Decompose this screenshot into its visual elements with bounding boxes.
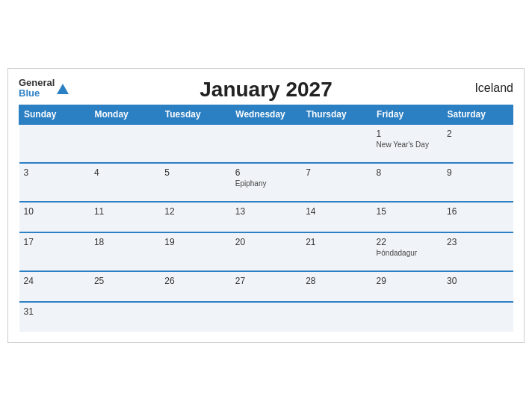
calendar-week-row: 3456Epiphany789: [19, 163, 513, 202]
col-header-tuesday: Tuesday: [160, 105, 230, 125]
calendar-week-row: 1New Year's Day2: [19, 124, 513, 163]
calendar-container: General Blue January 2027 Iceland Sunday…: [7, 68, 525, 344]
calendar-cell: 4: [90, 163, 160, 202]
day-number: 26: [164, 276, 226, 286]
calendar-cell: [442, 302, 513, 332]
calendar-week-row: 10111213141516: [19, 202, 513, 232]
day-number: 13: [235, 206, 297, 217]
day-number: 1: [377, 129, 438, 139]
calendar-cell: 19: [160, 232, 230, 271]
col-header-friday: Friday: [372, 105, 442, 125]
calendar-week-row: 31: [19, 302, 513, 332]
day-number: 29: [377, 276, 438, 286]
calendar-cell: 31: [19, 302, 90, 332]
calendar-cell: [160, 302, 230, 332]
calendar-cell: 1New Year's Day: [372, 124, 442, 163]
calendar-cell: 28: [301, 271, 371, 302]
day-number: 4: [94, 167, 155, 178]
calendar-cell: [372, 302, 442, 332]
calendar-cell: 6Epiphany: [231, 163, 301, 202]
event-label: New Year's Day: [377, 140, 438, 149]
calendar-cell: 12: [160, 202, 230, 232]
calendar-cell: [231, 302, 301, 332]
calendar-title: January 2027: [200, 78, 332, 102]
day-number: 11: [94, 206, 155, 217]
day-number: 22: [377, 237, 438, 247]
calendar-cell: 2: [442, 124, 513, 163]
logo-general-text: General: [19, 78, 55, 88]
day-number: 18: [94, 237, 155, 247]
calendar-cell: [19, 124, 90, 163]
day-number: 6: [235, 167, 297, 178]
day-number: 5: [164, 167, 226, 178]
day-number: 9: [447, 167, 508, 178]
country-label: Iceland: [474, 81, 513, 95]
calendar-cell: 3: [19, 163, 90, 202]
day-number: 24: [24, 276, 85, 286]
calendar-cell: 18: [90, 232, 160, 271]
calendar-cell: 21: [301, 232, 371, 271]
col-header-saturday: Saturday: [442, 105, 513, 125]
logo-text: General Blue: [19, 78, 55, 99]
calendar-cell: 23: [442, 232, 513, 271]
logo-blue-text: Blue: [19, 88, 55, 99]
calendar-table: SundayMondayTuesdayWednesdayThursdayFrid…: [19, 105, 513, 332]
calendar-header-row: SundayMondayTuesdayWednesdayThursdayFrid…: [19, 105, 513, 125]
calendar-cell: 20: [231, 232, 301, 271]
day-number: 21: [306, 237, 367, 247]
calendar-header: General Blue January 2027 Iceland: [19, 78, 513, 99]
day-number: 17: [24, 237, 85, 247]
day-number: 14: [306, 206, 367, 217]
calendar-cell: 27: [231, 271, 301, 302]
logo-triangle-icon: [57, 84, 69, 94]
day-number: 31: [24, 306, 85, 317]
day-number: 19: [164, 237, 226, 247]
calendar-cell: [90, 302, 160, 332]
col-header-monday: Monday: [90, 105, 160, 125]
col-header-thursday: Thursday: [301, 105, 371, 125]
calendar-cell: 22Þóndadagur: [372, 232, 442, 271]
calendar-cell: [301, 302, 371, 332]
day-number: 28: [306, 276, 367, 286]
calendar-week-row: 171819202122Þóndadagur23: [19, 232, 513, 271]
calendar-cell: [160, 124, 230, 163]
day-number: 8: [377, 167, 438, 178]
day-number: 27: [235, 276, 297, 286]
day-number: 15: [377, 206, 438, 217]
day-number: 16: [447, 206, 508, 217]
day-number: 3: [24, 167, 85, 178]
calendar-week-row: 24252627282930: [19, 271, 513, 302]
event-label: Epiphany: [235, 179, 297, 188]
calendar-cell: 24: [19, 271, 90, 302]
calendar-cell: 30: [442, 271, 513, 302]
day-number: 7: [306, 167, 367, 178]
calendar-cell: 13: [231, 202, 301, 232]
day-number: 2: [447, 129, 508, 139]
calendar-cell: 14: [301, 202, 371, 232]
day-number: 30: [447, 276, 508, 286]
calendar-cell: 7: [301, 163, 371, 202]
day-number: 10: [24, 206, 85, 217]
calendar-cell: [301, 124, 371, 163]
calendar-cell: 17: [19, 232, 90, 271]
col-header-wednesday: Wednesday: [231, 105, 301, 125]
calendar-cell: 11: [90, 202, 160, 232]
day-number: 20: [235, 237, 297, 247]
calendar-cell: [90, 124, 160, 163]
calendar-cell: 25: [90, 271, 160, 302]
calendar-cell: [231, 124, 301, 163]
day-number: 12: [164, 206, 226, 217]
calendar-cell: 9: [442, 163, 513, 202]
col-header-sunday: Sunday: [19, 105, 90, 125]
day-number: 25: [94, 276, 155, 286]
calendar-cell: 5: [160, 163, 230, 202]
calendar-cell: 15: [372, 202, 442, 232]
calendar-cell: 8: [372, 163, 442, 202]
event-label: Þóndadagur: [377, 249, 438, 257]
calendar-cell: 26: [160, 271, 230, 302]
calendar-cell: 10: [19, 202, 90, 232]
calendar-cell: 29: [372, 271, 442, 302]
logo: General Blue: [19, 78, 69, 99]
calendar-cell: 16: [442, 202, 513, 232]
day-number: 23: [447, 237, 508, 247]
